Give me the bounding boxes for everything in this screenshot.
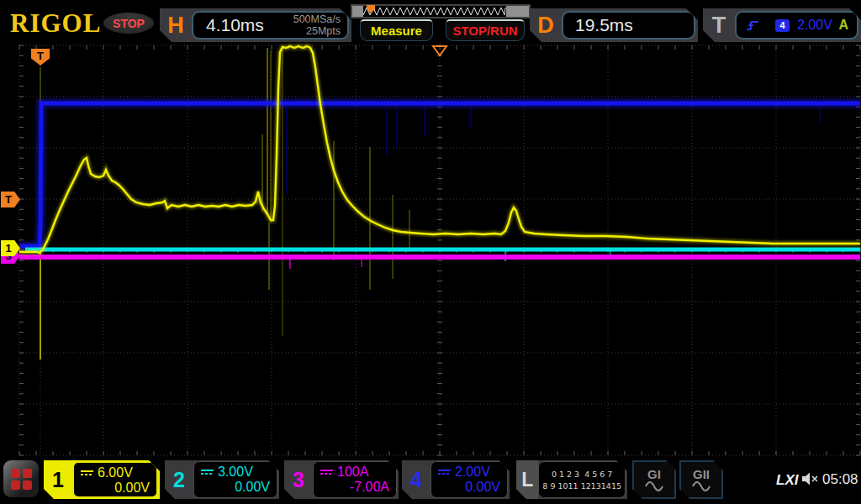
la-channel-list: 0 1 2 3 4 5 6 7 8 9 1011 12131415 — [538, 461, 626, 498]
channel-3-scale: 100A — [337, 465, 368, 480]
run-status-badge: STOP — [103, 13, 154, 34]
timebase-value: 4.10ms — [193, 15, 264, 35]
generator-1-button[interactable]: GI — [632, 460, 676, 499]
dc-coupling-icon — [81, 470, 93, 475]
dc-coupling-icon — [320, 470, 333, 475]
channel-1-tile[interactable]: 1 6.00V 0.00V — [44, 460, 160, 499]
la-row-1: 0 1 2 3 4 5 6 7 — [542, 470, 621, 479]
channel-2-scale: 3.00V — [218, 465, 253, 480]
channel-4-offset: 0.00V — [438, 480, 500, 495]
channel-1-number: 1 — [44, 460, 72, 499]
lxi-badge: LXI — [776, 472, 798, 489]
channel-2-values: 3.00V 0.00V — [193, 461, 277, 498]
trigger-source-badge: 4 — [775, 19, 790, 32]
channel-4-scale: 2.00V — [455, 465, 490, 480]
delay-value: 19.5ms — [563, 15, 633, 35]
channel-1-scale: 6.00V — [98, 465, 133, 480]
channel-3-values: 100A -7.00A — [313, 461, 397, 498]
t-label: T — [703, 13, 735, 39]
delay-panel[interactable]: D 19.5ms — [530, 8, 698, 42]
ch4-trace-halo — [19, 103, 860, 246]
sine-wave-icon — [644, 480, 664, 491]
footer-bar: 1 6.00V 0.00V 2 3.00V 0.00V 3 100A -7.00… — [0, 457, 861, 504]
dc-coupling-icon — [438, 470, 451, 475]
trigger-level-value: 2.00V — [797, 18, 832, 33]
channel-2-tile[interactable]: 2 3.00V 0.00V — [165, 460, 279, 499]
menu-button[interactable] — [3, 460, 39, 497]
channel-4-values: 2.00V 0.00V — [430, 461, 508, 498]
header-bar: RIGOL STOP H 4.10ms 500MSa/s 25Mpts Meas… — [0, 0, 861, 45]
channel-3-number: 3 — [284, 460, 313, 499]
delay-box: 19.5ms — [562, 11, 695, 39]
sample-rate: 500MSa/s — [293, 13, 341, 25]
memory-depth: 25Mpts — [293, 25, 341, 37]
sound-muted-icon[interactable] — [800, 471, 819, 491]
acquisition-info: 500MSa/s 25Mpts — [293, 13, 347, 38]
trigger-box: 4 2.00V A — [735, 11, 858, 39]
channel-3-tile[interactable]: 3 100A -7.00A — [284, 460, 399, 499]
trigger-panel[interactable]: T 4 2.00V A — [703, 8, 861, 42]
waveform-display — [0, 0, 861, 504]
la-label: L — [516, 460, 538, 499]
menu-grid-icon — [11, 469, 32, 490]
dc-coupling-icon — [201, 470, 214, 475]
channel-2-number: 2 — [165, 460, 193, 499]
horizontal-timebase-panel[interactable]: H 4.10ms 500MSa/s 25Mpts — [160, 8, 351, 42]
ch4-trace — [19, 103, 860, 246]
channel-4-number: 4 — [402, 460, 430, 499]
generator-2-label: GII — [693, 468, 710, 480]
generator-2-button[interactable]: GII — [679, 460, 723, 499]
sine-wave-icon — [691, 480, 711, 491]
trigger-mode: A — [838, 18, 848, 33]
channel-3-offset: -7.00A — [320, 480, 389, 495]
rigol-logo: RIGOL — [10, 8, 101, 39]
generator-1-label: GI — [647, 468, 661, 480]
d-label: D — [530, 13, 562, 39]
channel-1-offset: 0.00V — [81, 480, 150, 496]
timebase-box: 4.10ms 500MSa/s 25Mpts — [192, 11, 349, 39]
channel-2-offset: 0.00V — [201, 480, 270, 495]
channel-1-values: 6.00V 0.00V — [72, 461, 158, 498]
la-row-2: 8 9 1011 12131415 — [542, 481, 621, 491]
channel-4-tile[interactable]: 4 2.00V 0.00V — [402, 460, 510, 499]
clock: 05:08 — [822, 471, 858, 488]
stop-run-button[interactable]: STOP/RUN — [446, 19, 525, 41]
h-label: H — [160, 13, 192, 39]
measure-button[interactable]: Measure — [360, 19, 433, 41]
trigger-slope-icon — [745, 18, 762, 32]
logic-analyzer-tile[interactable]: L 0 1 2 3 4 5 6 7 8 9 1011 12131415 — [516, 460, 627, 499]
